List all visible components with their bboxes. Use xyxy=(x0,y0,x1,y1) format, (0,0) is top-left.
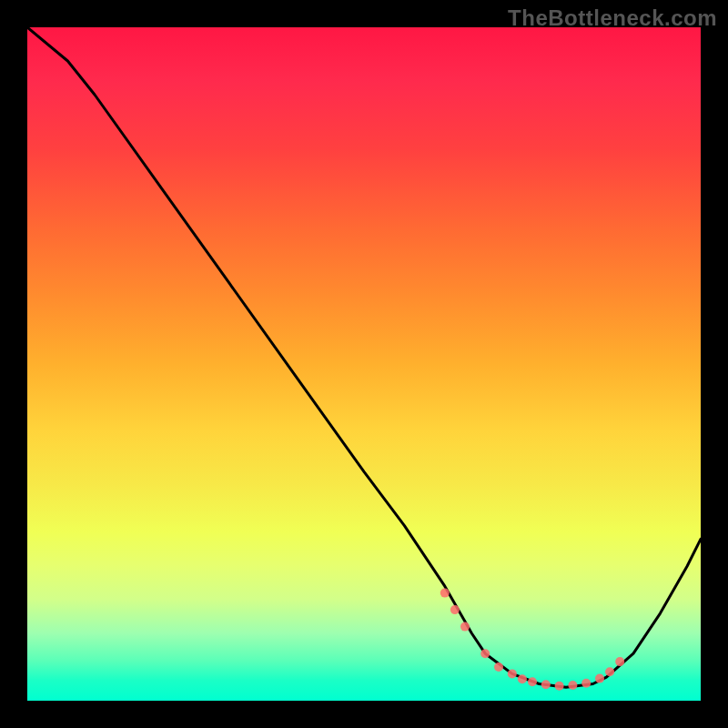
plot-area xyxy=(27,27,701,701)
curve-marker-dot xyxy=(460,622,470,632)
curve-marker-dot xyxy=(508,669,517,678)
curve-marker-dot xyxy=(615,657,624,666)
curve-marker-dot xyxy=(581,679,591,688)
curve-marker-dot xyxy=(480,649,490,658)
chart-stage: TheBottleneck.com xyxy=(0,0,728,728)
chart-svg xyxy=(27,27,701,701)
curve-marker-dot xyxy=(568,681,577,690)
curve-marker-dot xyxy=(605,667,614,676)
curve-marker-dot xyxy=(440,589,450,598)
curve-marker-dot xyxy=(494,662,503,672)
curve-marker-dot xyxy=(555,682,564,691)
curve-markers xyxy=(440,589,624,691)
bottleneck-curve xyxy=(27,27,701,687)
curve-marker-dot xyxy=(595,674,604,683)
curve-marker-dot xyxy=(518,674,527,683)
curve-marker-dot xyxy=(528,677,537,686)
curve-marker-dot xyxy=(541,680,551,689)
curve-marker-dot xyxy=(450,605,460,614)
